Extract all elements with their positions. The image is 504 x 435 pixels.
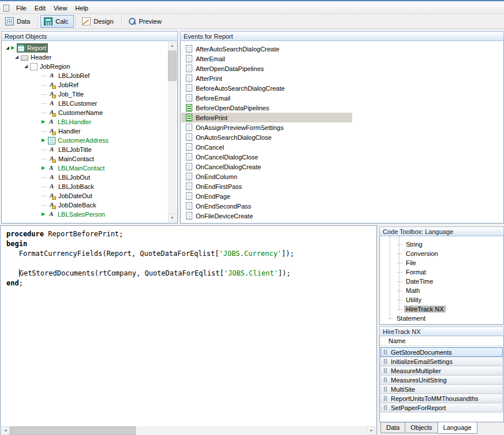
toolbox-item-utility[interactable]: Utility [380,295,503,304]
dbtext-icon [48,202,56,209]
toolbox-item-datetime[interactable]: DateTime [380,277,503,286]
event-item-beforeopendatapipelines[interactable]: BeforeOpenDataPipelines [181,103,503,113]
toolbox-item-format[interactable]: Format [380,267,503,277]
tree-item-lbljobref[interactable]: LBLJobRef [2,71,168,80]
tree-item-jobdateout[interactable]: JobDateOut [2,191,168,200]
tree-item-lblhandler[interactable]: ▶LBLHandler [2,117,168,127]
code-line[interactable]: procedure ReportBeforePrint; [6,229,376,239]
function-item-measuresunitstring[interactable]: MeasuresUnitString [380,375,503,385]
scroll-down-icon[interactable]: ▼ [168,214,177,222]
function-item-setpaperforreport[interactable]: SetPaperForReport [380,403,503,412]
event-item-onfiledevicecreate[interactable]: OnFileDeviceCreate [181,211,503,221]
event-item-oncanceldialogclose[interactable]: OnCancelDialogClose [181,152,503,162]
event-item-afteropendatapipelines[interactable]: AfterOpenDataPipelines [181,64,503,73]
tree-item-jobref[interactable]: JobRef [2,80,168,90]
expander-icon[interactable] [14,54,20,60]
tree-connector [397,291,402,291]
code-line[interactable]: end; [6,278,376,288]
function-item-reportunitstommthousandths[interactable]: ReportUnitsToMMThousandths [380,393,503,403]
tree-item-label: Handler [58,128,81,135]
tree-item-handler[interactable]: Handler [2,127,168,136]
function-item-getstoreddocuments[interactable]: GetStoredDocuments [380,347,503,357]
tab-toolbox-data[interactable]: Data [380,422,405,433]
tree-item-lbljobout[interactable]: LBLJobOut [2,173,168,182]
code-editor-text[interactable]: procedure ReportBeforePrint;begin Format… [1,226,376,426]
function-item-multisite[interactable]: MultiSite [380,384,503,394]
scrollbar-track[interactable] [136,426,367,435]
event-item-onassignpreviewformsettings[interactable]: OnAssignPreviewFormSettings [181,122,503,132]
tab-data[interactable]: Data [2,15,36,28]
tree-item-lblsalesperson[interactable]: ▶LBLSalesPerson [2,210,168,219]
toolbox-item-hiretrack-nx[interactable]: HireTrack NX [380,304,503,314]
event-item-beforeemail[interactable]: BeforeEmail [181,93,503,103]
scrollbar-thumb[interactable] [10,426,136,435]
toolbox-item-label: DateTime [404,278,435,285]
event-item-onendcolumn[interactable]: OnEndColumn [181,172,503,181]
code-keyword: end [6,279,19,287]
calculator-icon [44,17,53,25]
code-editor[interactable]: procedure ReportBeforePrint;begin Format… [0,225,377,435]
events-list: AfterAutoSearchDialogCreateAfterEmailAft… [181,42,503,222]
event-item-beforeprint[interactable]: BeforePrint [181,113,503,122]
tree-item-lbljobtitle[interactable]: LBLJobTitle [2,145,168,154]
tree-item-lbljobback[interactable]: LBLJobBack [2,182,168,191]
menu-view[interactable]: View [50,3,72,13]
tab-data-label: Data [17,18,30,25]
event-item-afteremail[interactable]: AfterEmail [181,54,503,64]
toolbox-item-file[interactable]: File [380,258,503,267]
tree-item-report[interactable]: ▶Report [2,43,168,53]
scroll-up-icon[interactable]: ▲ [168,42,177,50]
tab-calc[interactable]: Calc [40,15,74,28]
tree-item-maincontact[interactable]: MainContact [2,154,168,163]
toolbox-item-conversion[interactable]: Conversion [380,249,503,258]
code-line[interactable]: GetStoredDocuments(rtCompany, QuoteDataF… [6,269,376,278]
tree-node: JobDateOut [48,191,94,200]
menu-edit[interactable]: Edit [31,3,50,13]
event-item-onendpage[interactable]: OnEndPage [181,191,503,201]
tree-node: MainContact [48,154,96,163]
event-item-onautosearchdialogclose[interactable]: OnAutoSearchDialogClose [181,132,503,142]
code-line[interactable]: begin [6,239,376,249]
tree-item-customername[interactable]: CustomerName [2,108,168,117]
event-item-onendsecondpass[interactable]: OnEndSecondPass [181,201,503,211]
tab-toolbox-language[interactable]: Language [438,422,477,434]
tree-item-customeraddress[interactable]: ▶CustomerAddress [2,136,168,145]
toolbox-item-math[interactable]: Math [380,286,503,295]
event-label: BeforeAutoSearchDialogCreate [196,85,285,92]
event-item-beforeautosearchdialogcreate[interactable]: BeforeAutoSearchDialogCreate [181,83,503,93]
tab-preview[interactable]: Preview [124,15,167,28]
coded-indicator-icon: ▶ [42,119,47,125]
event-item-afterautosearchdialogcreate[interactable]: AfterAutoSearchDialogCreate [181,44,503,54]
tab-preview-label: Preview [139,18,162,25]
expander-icon[interactable] [23,64,29,69]
scroll-left-icon[interactable]: ◄ [1,426,10,435]
code-line[interactable] [6,259,376,269]
event-item-onendfirstpass[interactable]: OnEndFirstPass [181,181,503,191]
tree-item-lblmaincontact[interactable]: ▶LBLMainContact [2,163,168,173]
tree-item-header[interactable]: Header [2,53,168,62]
menu-file[interactable]: File [12,3,31,13]
function-item-initializeemailsettings[interactable]: InitializeEmailSettings [380,356,503,366]
event-item-oncanceldialogcreate[interactable]: OnCancelDialogCreate [181,162,503,172]
tree-item-job-title[interactable]: Job_Title [2,90,168,99]
tree-item-lblcustomer[interactable]: LBLCustomer [2,99,168,108]
event-item-oncancel[interactable]: OnCancel [181,142,503,152]
code-line[interactable]: FormatCurrencyFields(Report, QuoteDataFo… [6,249,376,259]
function-item-measuremultiplier[interactable]: MeasureMultiplier [380,366,503,375]
tab-design[interactable]: Design [79,15,119,28]
tree-item-jobdateback[interactable]: JobDateBack [2,200,168,210]
expander-icon[interactable] [5,45,10,51]
scrollbar-thumb[interactable] [168,51,177,81]
tree-vertical-scrollbar[interactable]: ▲ ▼ [168,42,177,222]
toolbox-item-statement[interactable]: Statement [380,314,503,323]
preview-magnifier-icon [128,17,136,25]
scroll-right-icon[interactable]: ► [367,426,376,435]
event-page-icon [186,94,192,102]
event-item-afterprint[interactable]: AfterPrint [181,73,503,83]
tree-item-jobregion[interactable]: JobRegion [2,62,168,71]
code-horizontal-scrollbar[interactable]: ◄ ► [1,426,376,435]
toolbox-item-string[interactable]: String [380,240,503,249]
tab-toolbox-objects[interactable]: Objects [405,422,438,433]
menu-help[interactable]: Help [71,3,92,13]
tree-connector [397,263,402,263]
